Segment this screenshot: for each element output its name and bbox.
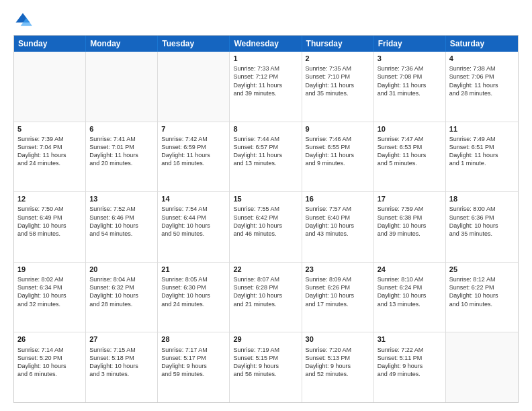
logo <box>13 11 35 30</box>
calendar-cell: 4Sunrise: 7:38 AM Sunset: 7:06 PM Daylig… <box>446 52 518 122</box>
cell-daylight-info: Sunrise: 8:12 AM Sunset: 6:22 PM Dayligh… <box>449 275 515 308</box>
header-day-friday: Friday <box>374 36 446 52</box>
calendar-cell: 30Sunrise: 7:20 AM Sunset: 5:13 PM Dayli… <box>302 332 374 402</box>
cell-daylight-info: Sunrise: 7:15 AM Sunset: 5:18 PM Dayligh… <box>89 346 154 379</box>
cell-daylight-info: Sunrise: 7:17 AM Sunset: 5:17 PM Dayligh… <box>161 346 226 379</box>
calendar-cell: 22Sunrise: 8:07 AM Sunset: 6:28 PM Dayli… <box>230 263 302 332</box>
calendar-cell: 10Sunrise: 7:47 AM Sunset: 6:53 PM Dayli… <box>374 122 446 192</box>
calendar-cell: 11Sunrise: 7:49 AM Sunset: 6:51 PM Dayli… <box>446 122 518 192</box>
cell-daylight-info: Sunrise: 7:54 AM Sunset: 6:44 PM Dayligh… <box>161 205 226 238</box>
cell-day-number: 2 <box>306 54 370 63</box>
cell-day-number: 19 <box>17 265 82 274</box>
header-day-wednesday: Wednesday <box>230 36 302 52</box>
cell-daylight-info: Sunrise: 7:35 AM Sunset: 7:10 PM Dayligh… <box>306 64 370 97</box>
cell-day-number: 8 <box>233 124 298 134</box>
cell-day-number: 30 <box>306 334 370 344</box>
cell-day-number: 31 <box>378 334 442 344</box>
cell-daylight-info: Sunrise: 8:05 AM Sunset: 6:30 PM Dayligh… <box>161 275 226 308</box>
cell-daylight-info: Sunrise: 8:02 AM Sunset: 6:34 PM Dayligh… <box>17 275 82 308</box>
calendar-cell: 20Sunrise: 8:04 AM Sunset: 6:32 PM Dayli… <box>86 263 158 332</box>
calendar-cell: 12Sunrise: 7:50 AM Sunset: 6:49 PM Dayli… <box>14 192 86 262</box>
cell-day-number: 15 <box>233 194 298 203</box>
calendar-cell: 15Sunrise: 7:55 AM Sunset: 6:42 PM Dayli… <box>230 192 302 262</box>
header-day-saturday: Saturday <box>446 36 518 52</box>
cell-day-number: 22 <box>233 265 298 274</box>
cell-day-number: 29 <box>233 334 298 344</box>
cell-day-number: 17 <box>378 194 442 203</box>
cell-day-number: 1 <box>233 54 298 63</box>
cell-day-number: 7 <box>161 124 226 134</box>
calendar-row-3: 19Sunrise: 8:02 AM Sunset: 6:34 PM Dayli… <box>14 263 518 333</box>
cell-day-number: 20 <box>89 265 154 274</box>
calendar-cell: 9Sunrise: 7:46 AM Sunset: 6:55 PM Daylig… <box>302 122 374 192</box>
cell-daylight-info: Sunrise: 7:22 AM Sunset: 5:11 PM Dayligh… <box>378 346 442 379</box>
cell-day-number: 26 <box>17 334 82 344</box>
cell-day-number: 25 <box>449 265 515 274</box>
cell-day-number: 16 <box>306 194 370 203</box>
calendar-cell: 14Sunrise: 7:54 AM Sunset: 6:44 PM Dayli… <box>158 192 230 262</box>
cell-daylight-info: Sunrise: 7:52 AM Sunset: 6:46 PM Dayligh… <box>89 205 154 238</box>
cell-daylight-info: Sunrise: 7:42 AM Sunset: 6:59 PM Dayligh… <box>161 135 226 168</box>
calendar-cell: 25Sunrise: 8:12 AM Sunset: 6:22 PM Dayli… <box>446 263 518 332</box>
calendar-cell: 5Sunrise: 7:39 AM Sunset: 7:04 PM Daylig… <box>14 122 86 192</box>
cell-daylight-info: Sunrise: 7:20 AM Sunset: 5:13 PM Dayligh… <box>306 346 370 379</box>
calendar-cell <box>158 52 230 122</box>
calendar-cell <box>14 52 86 122</box>
header-day-thursday: Thursday <box>302 36 374 52</box>
cell-day-number: 10 <box>378 124 442 134</box>
cell-daylight-info: Sunrise: 8:00 AM Sunset: 6:36 PM Dayligh… <box>449 205 515 238</box>
cell-daylight-info: Sunrise: 7:36 AM Sunset: 7:08 PM Dayligh… <box>378 64 442 97</box>
cell-daylight-info: Sunrise: 8:07 AM Sunset: 6:28 PM Dayligh… <box>233 275 298 308</box>
header-day-sunday: Sunday <box>14 36 86 52</box>
calendar-cell <box>446 332 518 402</box>
cell-day-number: 12 <box>17 194 82 203</box>
cell-daylight-info: Sunrise: 7:19 AM Sunset: 5:15 PM Dayligh… <box>233 346 298 379</box>
cell-day-number: 24 <box>378 265 442 274</box>
cell-daylight-info: Sunrise: 7:57 AM Sunset: 6:40 PM Dayligh… <box>306 205 370 238</box>
header-day-tuesday: Tuesday <box>158 36 230 52</box>
calendar-cell: 27Sunrise: 7:15 AM Sunset: 5:18 PM Dayli… <box>86 332 158 402</box>
cell-day-number: 23 <box>306 265 370 274</box>
calendar-cell: 6Sunrise: 7:41 AM Sunset: 7:01 PM Daylig… <box>86 122 158 192</box>
cell-day-number: 13 <box>89 194 154 203</box>
calendar-cell: 19Sunrise: 8:02 AM Sunset: 6:34 PM Dayli… <box>14 263 86 332</box>
cell-daylight-info: Sunrise: 7:41 AM Sunset: 7:01 PM Dayligh… <box>89 135 154 168</box>
calendar-cell: 31Sunrise: 7:22 AM Sunset: 5:11 PM Dayli… <box>374 332 446 402</box>
calendar-cell: 16Sunrise: 7:57 AM Sunset: 6:40 PM Dayli… <box>302 192 374 262</box>
calendar-cell: 2Sunrise: 7:35 AM Sunset: 7:10 PM Daylig… <box>302 52 374 122</box>
cell-daylight-info: Sunrise: 7:59 AM Sunset: 6:38 PM Dayligh… <box>378 205 442 238</box>
cell-daylight-info: Sunrise: 8:10 AM Sunset: 6:24 PM Dayligh… <box>378 275 442 308</box>
header-day-monday: Monday <box>86 36 158 52</box>
header <box>13 11 519 30</box>
page: SundayMondayTuesdayWednesdayThursdayFrid… <box>0 0 532 411</box>
calendar-cell: 8Sunrise: 7:44 AM Sunset: 6:57 PM Daylig… <box>230 122 302 192</box>
cell-daylight-info: Sunrise: 7:47 AM Sunset: 6:53 PM Dayligh… <box>378 135 442 168</box>
calendar-cell: 3Sunrise: 7:36 AM Sunset: 7:08 PM Daylig… <box>374 52 446 122</box>
calendar-cell: 21Sunrise: 8:05 AM Sunset: 6:30 PM Dayli… <box>158 263 230 332</box>
calendar-cell <box>86 52 158 122</box>
calendar-header: SundayMondayTuesdayWednesdayThursdayFrid… <box>14 36 518 52</box>
calendar-row-1: 5Sunrise: 7:39 AM Sunset: 7:04 PM Daylig… <box>14 122 518 193</box>
calendar-cell: 7Sunrise: 7:42 AM Sunset: 6:59 PM Daylig… <box>158 122 230 192</box>
cell-daylight-info: Sunrise: 7:44 AM Sunset: 6:57 PM Dayligh… <box>233 135 298 168</box>
cell-day-number: 14 <box>161 194 226 203</box>
cell-day-number: 9 <box>306 124 370 134</box>
cell-daylight-info: Sunrise: 7:39 AM Sunset: 7:04 PM Dayligh… <box>17 135 82 168</box>
cell-daylight-info: Sunrise: 7:49 AM Sunset: 6:51 PM Dayligh… <box>449 135 515 168</box>
cell-daylight-info: Sunrise: 7:50 AM Sunset: 6:49 PM Dayligh… <box>17 205 82 238</box>
calendar-cell: 24Sunrise: 8:10 AM Sunset: 6:24 PM Dayli… <box>374 263 446 332</box>
cell-day-number: 27 <box>89 334 154 344</box>
calendar-cell: 28Sunrise: 7:17 AM Sunset: 5:17 PM Dayli… <box>158 332 230 402</box>
cell-day-number: 28 <box>161 334 226 344</box>
cell-daylight-info: Sunrise: 7:55 AM Sunset: 6:42 PM Dayligh… <box>233 205 298 238</box>
cell-day-number: 21 <box>161 265 226 274</box>
cell-day-number: 4 <box>449 54 515 63</box>
cell-day-number: 3 <box>378 54 442 63</box>
cell-day-number: 18 <box>449 194 515 203</box>
cell-day-number: 11 <box>449 124 515 134</box>
calendar-row-4: 26Sunrise: 7:14 AM Sunset: 5:20 PM Dayli… <box>14 332 518 402</box>
cell-daylight-info: Sunrise: 7:46 AM Sunset: 6:55 PM Dayligh… <box>306 135 370 168</box>
cell-daylight-info: Sunrise: 7:38 AM Sunset: 7:06 PM Dayligh… <box>449 64 515 97</box>
cell-daylight-info: Sunrise: 8:04 AM Sunset: 6:32 PM Dayligh… <box>89 275 154 308</box>
calendar-body: 1Sunrise: 7:33 AM Sunset: 7:12 PM Daylig… <box>14 52 518 402</box>
